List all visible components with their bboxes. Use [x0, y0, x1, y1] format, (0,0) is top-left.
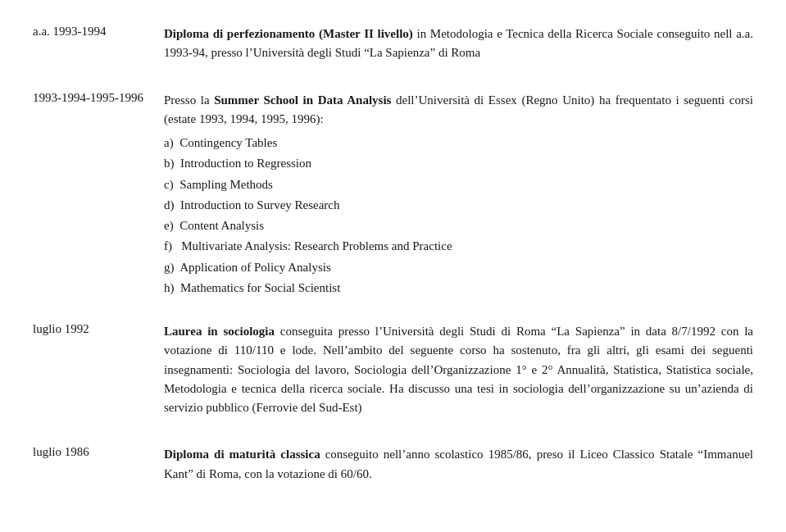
diploma-title: Diploma di perfezionamento (Master II li…	[164, 27, 413, 40]
entry-1993-96: 1993-1994-1995-1996 Presso la Summer Sch…	[33, 91, 753, 300]
summer-school-name: Summer School in Data Analysis	[214, 93, 391, 107]
laurea-title: Laurea in sociologia	[164, 325, 275, 338]
list-item: e) Content Analysis	[164, 216, 753, 235]
entry-text-1993: Diploma di perfezionamento (Master II li…	[164, 25, 753, 63]
list-item: a) Contingency Tables	[164, 134, 753, 152]
entry-date-luglio-1992: luglio 1992	[33, 322, 164, 422]
entry-date-1993-96: 1993-1994-1995-1996	[33, 91, 164, 300]
entry-body-luglio-1992: Laurea in sociologia conseguita presso l…	[164, 322, 753, 422]
entry-1993: a.a. 1993-1994 Diploma di perfezionament…	[33, 25, 753, 68]
list-item: d) Introduction to Survey Research	[164, 196, 753, 215]
list-item: g) Application of Policy Analysis	[164, 258, 753, 277]
summer-school-intro: Presso la Summer School in Data Analysis…	[164, 91, 753, 130]
list-item: b) Introduction to Regression	[164, 154, 753, 173]
list-item: h) Mathematics for Social Scientist	[164, 279, 753, 298]
entry-date-luglio-1986: luglio 1986	[33, 445, 164, 489]
page-content: a.a. 1993-1994 Diploma di perfezionament…	[33, 25, 753, 489]
diploma-maturita-title: Diploma di maturità classica	[164, 448, 320, 461]
entry-luglio-1992: luglio 1992 Laurea in sociologia consegu…	[33, 322, 753, 422]
diploma-maturita-text: Diploma di maturità classica conseguito …	[164, 445, 753, 484]
entry-date-1993: a.a. 1993-1994	[33, 25, 164, 68]
laurea-text: Laurea in sociologia conseguita presso l…	[164, 322, 753, 417]
entry-body-luglio-1986: Diploma di maturità classica conseguito …	[164, 445, 753, 489]
courses-list: a) Contingency Tables b) Introduction to…	[164, 134, 753, 298]
list-item: f) Multivariate Analysis: Research Probl…	[164, 237, 753, 256]
list-item: c) Sampling Methods	[164, 175, 753, 194]
entry-body-1993-96: Presso la Summer School in Data Analysis…	[164, 91, 753, 300]
entry-body-1993: Diploma di perfezionamento (Master II li…	[164, 25, 753, 68]
entry-luglio-1986: luglio 1986 Diploma di maturità classica…	[33, 445, 753, 489]
